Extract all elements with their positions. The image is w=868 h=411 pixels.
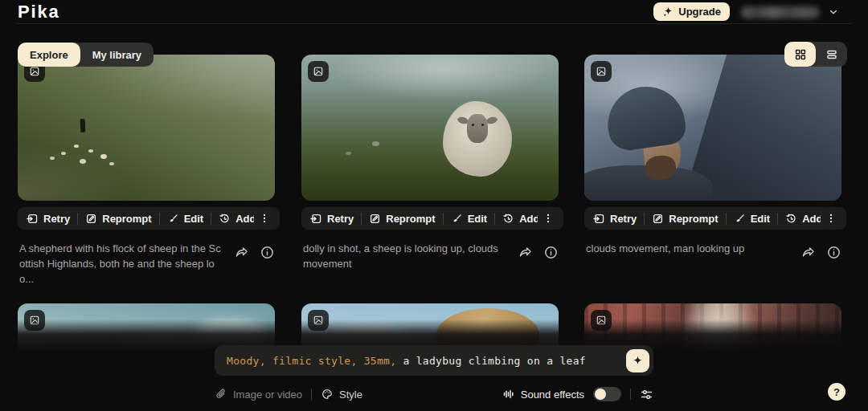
sheep-flock <box>74 144 79 148</box>
video-thumbnail-shepherd[interactable] <box>18 55 275 201</box>
waveform-icon <box>502 388 515 401</box>
video-thumbnail-sheep[interactable] <box>301 55 559 201</box>
edit-label: Edit <box>468 213 488 225</box>
account-name-redacted <box>741 6 820 18</box>
library-tabs: Explore My library <box>18 43 154 67</box>
timer-icon <box>219 213 231 225</box>
sound-effects-control[interactable]: Sound effects <box>502 388 584 401</box>
header-divider <box>16 23 852 24</box>
image-source-badge <box>591 61 612 82</box>
more-options-button[interactable] <box>821 207 841 230</box>
reprompt-button[interactable]: Reprompt <box>645 207 725 230</box>
edit-button[interactable]: Edit <box>727 207 778 230</box>
video-thumbnail-man[interactable] <box>584 55 841 201</box>
brush-icon <box>167 213 179 225</box>
retry-icon <box>310 213 322 225</box>
kebab-icon <box>542 213 554 224</box>
brush-icon <box>451 213 463 225</box>
edit-button[interactable]: Edit <box>160 207 211 230</box>
distant-sheep <box>372 141 379 146</box>
grid-view-button[interactable] <box>784 42 816 67</box>
image-source-badge <box>308 310 329 331</box>
upgrade-label: Upgrade <box>678 6 721 18</box>
sheep-head <box>467 114 488 143</box>
generation-settings-button[interactable] <box>640 388 653 401</box>
retry-label: Retry <box>327 213 354 225</box>
prompt-plain-segment: a ladybug climbing on a leaf <box>396 355 586 367</box>
man-beanie <box>603 82 688 153</box>
palette-icon <box>321 388 334 401</box>
sound-effects-label: Sound effects <box>521 389 584 401</box>
retry-button[interactable]: Retry <box>19 207 77 230</box>
retry-icon <box>27 213 39 225</box>
edit-label: Edit <box>751 213 771 225</box>
info-button[interactable] <box>260 245 275 260</box>
prompt-styled-segment: Moody, filmic style, 35mm, <box>227 355 396 367</box>
info-button[interactable] <box>543 245 559 260</box>
cloud <box>114 339 211 372</box>
video-card-2: Retry Reprompt Edit Add 4s dolly in shot… <box>301 55 559 201</box>
prompt-input[interactable]: Moody, filmic style, 35mm, a ladybug cli… <box>215 345 653 376</box>
more-options-button[interactable] <box>254 207 275 230</box>
sheep-eye <box>472 124 474 126</box>
cloud <box>42 356 106 380</box>
prompt-text[interactable]: Moody, filmic style, 35mm, a ladybug cli… <box>227 355 586 367</box>
reprompt-label: Reprompt <box>102 213 151 225</box>
sliders-icon <box>640 388 653 401</box>
retry-button[interactable]: Retry <box>303 207 361 230</box>
layout-toggle <box>784 42 847 67</box>
share-button[interactable] <box>234 245 249 260</box>
attach-media-button[interactable]: Image or video <box>215 388 302 401</box>
retry-label: Retry <box>610 213 637 225</box>
pika-logo[interactable]: Pika <box>18 2 59 22</box>
image-source-badge <box>308 61 329 82</box>
sparkle-icon <box>632 355 644 367</box>
grid-icon <box>794 48 807 61</box>
shepherd-figure <box>80 119 86 132</box>
composer-divider <box>311 389 312 400</box>
card-action-bar: Retry Reprompt Edit Add 4s <box>301 207 563 230</box>
prompt-caption: dolly in shot, a sheep is looking up, cl… <box>303 242 506 272</box>
attach-media-label: Image or video <box>233 389 302 401</box>
reprompt-label: Reprompt <box>386 213 435 225</box>
style-button[interactable]: Style <box>321 388 362 401</box>
sparkle-icon <box>662 6 674 18</box>
timer-icon <box>502 213 514 225</box>
toggle-knob <box>595 389 606 400</box>
retry-button[interactable]: Retry <box>586 207 644 230</box>
share-button[interactable] <box>518 245 533 260</box>
tab-explore[interactable]: Explore <box>18 43 80 67</box>
video-card-1: Retry Reprompt Edit Add 4s A shepherd wi… <box>18 55 275 201</box>
edit-label: Edit <box>184 213 204 225</box>
retry-label: Retry <box>43 213 70 225</box>
style-label: Style <box>339 389 362 401</box>
kebab-icon <box>259 213 270 224</box>
help-button[interactable]: ? <box>828 383 845 401</box>
tab-my-library[interactable]: My library <box>80 43 154 67</box>
card-action-bar: Retry Reprompt Edit Add 4s <box>584 207 846 230</box>
share-button[interactable] <box>800 245 816 260</box>
list-view-button[interactable] <box>816 42 847 67</box>
composer-controls: Image or video Style Sound effects <box>215 385 653 404</box>
info-button[interactable] <box>826 245 841 260</box>
timer-icon <box>785 213 797 225</box>
prompt-caption: A shepherd with his flock of sheep in th… <box>19 242 222 287</box>
list-icon <box>825 48 838 61</box>
brush-icon <box>734 213 746 225</box>
reprompt-button[interactable]: Reprompt <box>362 207 442 230</box>
sound-effects-toggle[interactable] <box>593 387 621 401</box>
upgrade-button[interactable]: Upgrade <box>653 2 730 21</box>
image-source-badge <box>24 310 45 331</box>
prompt-caption: clouds movement, man looking up <box>586 242 788 257</box>
sheep-eye <box>481 124 484 126</box>
account-menu[interactable] <box>741 4 839 20</box>
reprompt-icon <box>369 213 381 225</box>
chevron-down-icon <box>828 6 839 18</box>
more-options-button[interactable] <box>538 207 559 230</box>
reprompt-button[interactable]: Reprompt <box>78 207 158 230</box>
composer-divider <box>630 389 631 400</box>
generate-button[interactable] <box>626 349 649 372</box>
edit-button[interactable]: Edit <box>444 207 495 230</box>
reprompt-icon <box>652 213 664 225</box>
reprompt-icon <box>85 213 97 225</box>
